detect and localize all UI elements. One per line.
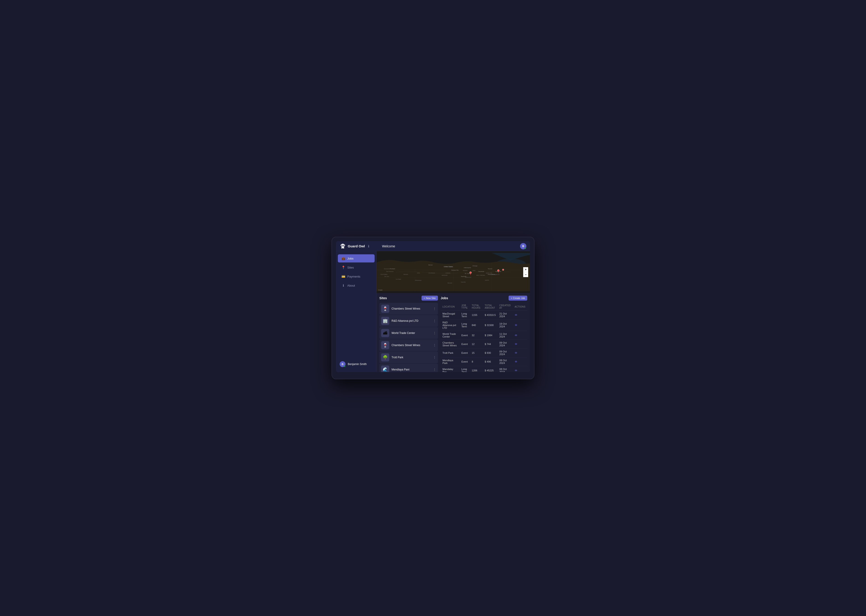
svg-text:Kansas City: Kansas City xyxy=(451,269,459,271)
map-zoom-controls[interactable]: + − xyxy=(523,267,528,277)
table-row: Mandalay Bay Long Term 1206 $ 45225 08 O… xyxy=(441,366,527,372)
list-item[interactable]: 🌊 Mendlaya Pani ⋮ xyxy=(379,364,438,372)
map-svg: Portland United States Denver Kansas Cit… xyxy=(377,251,530,293)
job-actions[interactable]: 👁 xyxy=(513,357,527,366)
sidebar-item-jobs[interactable]: 💼 Jobs xyxy=(338,255,375,262)
list-item[interactable]: 🍷 Chambers Street Wines ⋮ xyxy=(379,339,438,351)
svg-text:Indianapolis: Indianapolis xyxy=(464,267,471,269)
app-header: Guard Owl ℹ Welcome B xyxy=(336,241,530,251)
svg-text:Las Vegas: Las Vegas xyxy=(396,279,401,280)
sidebar-online-dot xyxy=(344,366,346,367)
table-column-header: TOTAL AMOUNT xyxy=(483,303,498,311)
site-menu-icon[interactable]: ⋮ xyxy=(433,368,436,371)
jobs-panel: Jobs + Create Job LOCATIONJOB TYPETOTAL … xyxy=(441,295,527,372)
sidebar: 💼 Jobs 📍 Sites 💳 Payments ℹ About xyxy=(336,251,377,372)
svg-text:Google: Google xyxy=(378,289,383,291)
welcome-text: Welcome xyxy=(380,244,520,248)
job-amount: $ 1984 xyxy=(483,331,498,340)
svg-text:NEVADA: NEVADA xyxy=(404,274,408,275)
view-job-icon[interactable]: 👁 xyxy=(515,360,517,363)
sidebar-user-section: B Benjamin Smith xyxy=(336,359,376,369)
view-job-icon[interactable]: 👁 xyxy=(515,313,517,317)
job-type: Long Term xyxy=(460,366,470,372)
site-thumbnail: 🍷 xyxy=(381,341,389,349)
job-amount: $ 45225 xyxy=(483,366,498,372)
job-hours: 8 xyxy=(470,357,483,366)
svg-text:Nashville: Nashville xyxy=(461,281,466,283)
logo-area: Guard Owl ℹ xyxy=(339,243,380,249)
online-indicator xyxy=(525,248,526,249)
site-thumbnail: 🌊 xyxy=(381,366,389,372)
info-icon[interactable]: ℹ xyxy=(368,244,369,248)
svg-text:Denver: Denver xyxy=(429,264,433,266)
svg-text:United States: United States xyxy=(444,266,453,267)
svg-text:Cincinnati: Cincinnati xyxy=(478,271,484,272)
job-amount: $ 496 xyxy=(483,357,498,366)
svg-text:MISSOURI: MISSOURI xyxy=(442,275,448,276)
new-site-button[interactable]: + New Site xyxy=(421,295,438,300)
main-content: Portland United States Denver Kansas Cit… xyxy=(377,251,530,372)
view-job-icon[interactable]: 👁 xyxy=(515,334,517,337)
create-job-button[interactable]: + Create Job xyxy=(509,295,527,300)
job-location: Trott Park xyxy=(441,349,460,357)
sites-title: Sites xyxy=(379,296,387,300)
sidebar-item-payments[interactable]: 💳 Payments xyxy=(338,272,375,280)
job-type: Event xyxy=(460,357,470,366)
job-actions[interactable]: 👁 xyxy=(513,349,527,357)
sites-list: 🍷 Chambers Street Wines ⋮ 🏢 R&D Aitanova… xyxy=(379,303,438,372)
jobs-table-body: MacDougal Street Long Term 1155 $ 43310.… xyxy=(441,311,527,372)
table-column-header: ACTIONS xyxy=(513,303,527,311)
job-type: Long Term xyxy=(460,311,470,319)
zoom-in-button[interactable]: + xyxy=(523,267,528,272)
job-actions[interactable]: 👁 xyxy=(513,340,527,349)
view-job-icon[interactable]: 👁 xyxy=(515,324,517,327)
list-item[interactable]: 🏙 World Trade Center ⋮ xyxy=(379,327,438,339)
job-created: 19 Oct 2024 xyxy=(498,319,513,331)
site-menu-icon[interactable]: ⋮ xyxy=(433,343,436,347)
site-name: Mendlaya Pani xyxy=(391,368,431,371)
table-column-header: JOB TYPE xyxy=(460,303,470,311)
sidebar-item-about[interactable]: ℹ About xyxy=(338,281,375,289)
user-avatar-header[interactable]: B xyxy=(520,243,527,249)
svg-text:MARYLAND: MARYLAND xyxy=(486,272,492,274)
job-created: 21 Oct 2024 xyxy=(498,311,513,319)
site-name: World Trade Center xyxy=(391,332,431,335)
table-row: R&D Aitanova pvt LTD Long Term 840 $ 315… xyxy=(441,319,527,331)
svg-text:St. Louis: St. Louis xyxy=(465,273,470,274)
svg-text:OHIO: OHIO xyxy=(473,270,475,271)
job-type: Event xyxy=(460,331,470,340)
svg-text:COLORADO: COLORADO xyxy=(429,272,435,274)
svg-point-25 xyxy=(503,269,504,270)
view-job-icon[interactable]: 👁 xyxy=(515,369,517,372)
job-actions[interactable]: 👁 xyxy=(513,331,527,340)
job-actions[interactable]: 👁 xyxy=(513,366,527,372)
list-item[interactable]: 🏢 R&D Aitanova pvt LTD ⋮ xyxy=(379,315,438,327)
job-hours: 32 xyxy=(470,331,483,340)
table-row: Chambers Street Wines Event 12 $ 744 09 … xyxy=(441,340,527,349)
list-item[interactable]: 🍷 Chambers Street Wines ⋮ xyxy=(379,303,438,314)
site-menu-icon[interactable]: ⋮ xyxy=(433,355,436,359)
svg-text:San Francisco: San Francisco xyxy=(386,271,394,272)
view-job-icon[interactable]: 👁 xyxy=(515,343,517,346)
owl-logo-icon xyxy=(339,243,346,249)
view-job-icon[interactable]: 👁 xyxy=(515,351,517,355)
list-item[interactable]: 🌳 Trott Park ⋮ xyxy=(379,352,438,363)
job-actions[interactable]: 👁 xyxy=(513,319,527,331)
site-menu-icon[interactable]: ⋮ xyxy=(433,331,436,335)
jobs-icon: 💼 xyxy=(341,256,345,260)
job-created: 11 Oct 2024 xyxy=(498,331,513,340)
svg-text:NORTH: NORTH xyxy=(485,280,489,281)
table-column-header: CREATED AT xyxy=(498,303,513,311)
site-menu-icon[interactable]: ⋮ xyxy=(433,319,436,323)
site-menu-icon[interactable]: ⋮ xyxy=(433,307,436,311)
svg-text:Toronto: Toronto xyxy=(488,268,492,269)
table-column-header: LOCATION xyxy=(441,303,460,311)
job-amount: $ 43310.5 xyxy=(483,311,498,319)
svg-text:UTAH: UTAH xyxy=(417,272,420,274)
job-amount: $ 31500 xyxy=(483,319,498,331)
job-hours: 1206 xyxy=(470,366,483,372)
zoom-out-button[interactable]: − xyxy=(523,272,528,277)
sidebar-item-sites[interactable]: 📍 Sites xyxy=(338,263,375,272)
job-actions[interactable]: 👁 xyxy=(513,311,527,319)
job-location: MacDougal Street xyxy=(441,311,460,319)
